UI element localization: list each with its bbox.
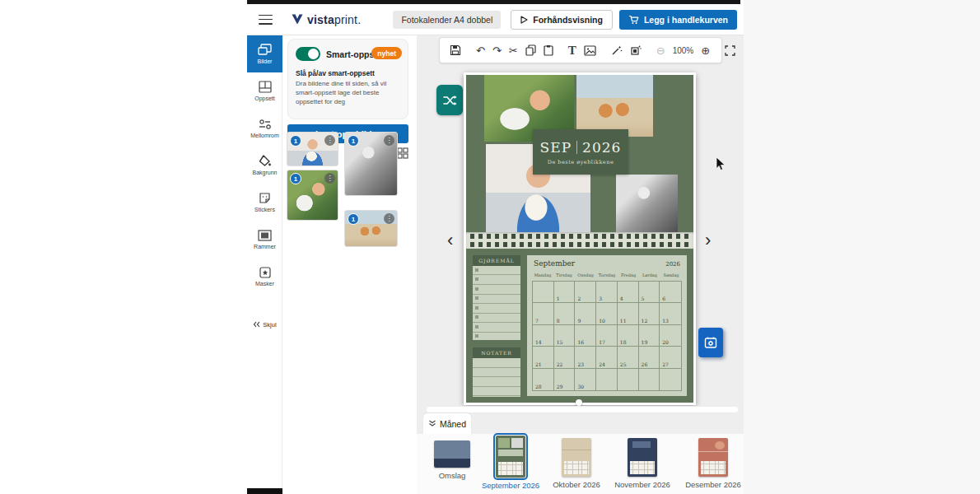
- photo-menu-icon[interactable]: ⋮: [384, 213, 394, 224]
- usage-count-badge: 1: [290, 173, 301, 184]
- left-margin: [0, 0, 247, 494]
- smart-layout-description: Dra bildene dine til siden, så vil smart…: [296, 79, 404, 107]
- photo-thumb-girl-icecream[interactable]: 1 ⋮: [287, 132, 338, 166]
- photo-thumb-boy-dog[interactable]: 1 ⋮: [287, 170, 338, 221]
- sidebar-item-rammer[interactable]: Rammer: [247, 221, 282, 258]
- vistaprint-logo: vistaprint.: [291, 13, 361, 26]
- images-panel: Smart-oppsett nyhet Slå på/av smart-opps…: [282, 35, 417, 494]
- todo-title: GJØREMÅL: [473, 255, 520, 266]
- sidebar-item-masker[interactable]: Masker: [247, 258, 282, 295]
- preview-button[interactable]: Forhåndsvisning: [511, 10, 613, 30]
- grid-view-icon[interactable]: [397, 147, 408, 162]
- zoom-out-button[interactable]: ⊖: [656, 45, 665, 56]
- sticker-icon: [259, 192, 271, 204]
- undo-button[interactable]: ↶: [476, 45, 485, 56]
- page-drag-handle[interactable]: [576, 399, 582, 406]
- chevrons-left-icon: [253, 321, 260, 328]
- horizontal-scrollbar[interactable]: [426, 406, 739, 413]
- smart-layout-toggle[interactable]: [296, 47, 320, 61]
- vistaprint-mark-icon: [291, 13, 304, 26]
- tagline: De beste øyeblikkene: [548, 159, 614, 165]
- cover-thumbnail: [434, 440, 470, 468]
- usage-count-badge: 1: [348, 213, 359, 225]
- redo-button[interactable]: ↷: [492, 45, 502, 56]
- usage-count-badge: 1: [348, 135, 359, 147]
- screen: vistaprint. Fotokalender A4 dobbel Forhå…: [0, 0, 980, 494]
- zoom-in-button[interactable]: ⊕: [701, 45, 710, 56]
- page-photo-couple-bw[interactable]: [616, 175, 678, 232]
- photo-thumb-corgis[interactable]: 1 ⋮: [344, 210, 398, 247]
- calendar-grid-page[interactable]: GJØREMÅL NOTATER September 2026 MandagTi…: [466, 249, 693, 403]
- calendar-gear-icon: [704, 336, 717, 349]
- filmstrip-item-oktober[interactable]: Oktober 2026: [542, 434, 611, 489]
- photo-menu-icon[interactable]: ⋮: [324, 173, 335, 184]
- filmstrip-item-september[interactable]: September 2026: [476, 434, 545, 490]
- sidebar-item-mellomrom[interactable]: Mellomrom: [247, 110, 282, 147]
- canvas-toolbar: ↶ ↷ ✂ T: [439, 37, 722, 63]
- mouse-cursor: [716, 156, 726, 175]
- calendar-settings-button[interactable]: [698, 328, 723, 357]
- shuffle-icon: [443, 95, 457, 106]
- product-name-chip[interactable]: Fotokalender A4 dobbel: [393, 11, 501, 29]
- editor-window: vistaprint. Fotokalender A4 dobbel Forhå…: [247, 0, 744, 494]
- desember-thumbnail: [698, 438, 728, 477]
- layout-icon: [259, 81, 272, 93]
- hamburger-menu-icon[interactable]: [259, 15, 273, 25]
- fullscreen-button[interactable]: [725, 45, 735, 56]
- hide-sidebar-button[interactable]: Skjul: [247, 315, 282, 333]
- filmstrip-item-november[interactable]: November 2026: [608, 434, 677, 489]
- add-image-button[interactable]: [584, 45, 596, 56]
- notes-title: NOTATER: [473, 347, 520, 358]
- sidebar-bottom-bar: [247, 488, 284, 494]
- month-title-block[interactable]: SEP 2026 De beste øyeblikkene: [533, 129, 628, 175]
- copy-button[interactable]: [525, 44, 536, 56]
- month-grid-panel: September 2026 MandagTirsdagOnsdagTorsda…: [527, 255, 687, 396]
- photo-menu-icon[interactable]: ⋮: [324, 135, 335, 146]
- cut-button[interactable]: ✂: [509, 45, 518, 56]
- new-badge: nyhet: [371, 47, 402, 59]
- sidebar-item-bilder[interactable]: Bilder: [247, 35, 282, 72]
- design-canvas: ↶ ↷ ✂ T: [417, 35, 744, 494]
- sidebar-item-oppsett[interactable]: Oppsett: [247, 72, 282, 110]
- cart-icon: [628, 15, 639, 25]
- chevrons-down-icon: [428, 420, 436, 427]
- date-grid: 123456 78910111213 14151617181920 212223…: [532, 281, 682, 391]
- usage-count-badge: 1: [290, 135, 301, 147]
- filmstrip-item-desember[interactable]: Desember 2026: [679, 434, 748, 489]
- page-photo-corgis[interactable]: [576, 75, 653, 137]
- month-tab[interactable]: Måned: [423, 413, 471, 434]
- smart-layout-subtitle: Slå på/av smart-oppsett: [296, 69, 375, 77]
- header: vistaprint. Fotokalender A4 dobbel Forhå…: [247, 4, 744, 35]
- frame-icon: [258, 230, 272, 241]
- previous-page-arrow[interactable]: ‹: [447, 231, 453, 249]
- month-name: September: [534, 259, 575, 268]
- todo-column: GJØREMÅL NOTATER: [473, 255, 520, 396]
- oktober-thumbnail: [562, 438, 591, 477]
- magic-wand-button[interactable]: [611, 44, 623, 56]
- photo-menu-icon[interactable]: ⋮: [384, 135, 394, 146]
- images-icon: [258, 44, 272, 56]
- shuffle-layout-button[interactable]: [436, 85, 463, 115]
- november-thumbnail: [628, 438, 657, 477]
- smart-layout-card: Smart-oppsett nyhet Slå på/av smart-opps…: [287, 39, 408, 119]
- zoom-level-label: 100%: [673, 46, 694, 55]
- paste-button[interactable]: [544, 44, 553, 56]
- sidebar-item-bakgrunn[interactable]: Bakgrunn: [247, 147, 282, 184]
- spacing-sliders-icon: [259, 119, 272, 130]
- brand-text: vistaprint.: [307, 13, 361, 26]
- play-icon: [520, 16, 528, 24]
- sidebar-item-stickers[interactable]: Stickers: [247, 184, 282, 221]
- todo-lines: [473, 266, 520, 340]
- weekday-header: MandagTirsdagOnsdagTorsdagFredagLørdagSø…: [532, 273, 682, 280]
- tool-sidebar: Bilder Oppsett Mellomrom Bakgrunn Sticke…: [247, 35, 282, 488]
- calendar-page[interactable]: SEP 2026 De beste øyeblikkene GJØREMÅL N…: [464, 72, 696, 405]
- photo-thumb-couple-bw[interactable]: 1 ⋮: [344, 132, 398, 196]
- add-to-cart-button[interactable]: Legg i handlekurven: [619, 10, 737, 30]
- spiral-binding: [466, 232, 693, 249]
- auto-fill-button[interactable]: [630, 44, 642, 56]
- month-year-title: SEP 2026: [540, 139, 622, 156]
- add-text-button[interactable]: T: [568, 44, 576, 57]
- next-page-arrow[interactable]: ›: [705, 231, 711, 249]
- mask-icon: [259, 267, 271, 278]
- save-button[interactable]: [450, 44, 461, 56]
